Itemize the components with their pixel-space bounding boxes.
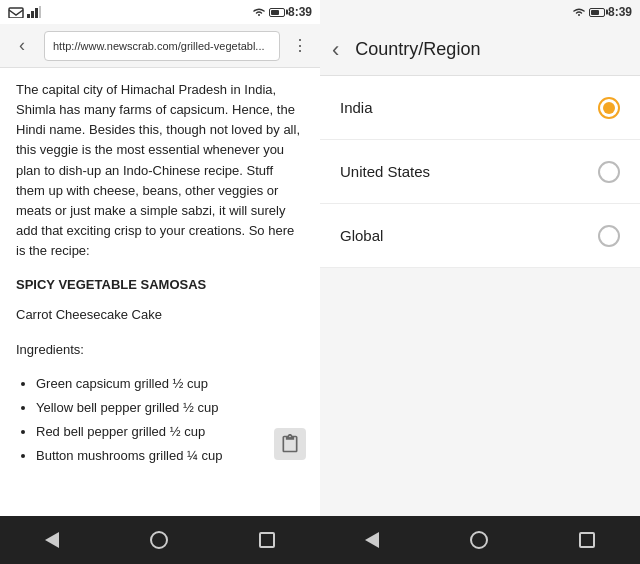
- right-nav-bar: [320, 516, 640, 564]
- svg-rect-2: [31, 11, 34, 18]
- option-united-states[interactable]: United States: [320, 140, 640, 204]
- browser-back-button[interactable]: ‹: [8, 32, 36, 60]
- country-region-list: India United States Global: [320, 76, 640, 268]
- svg-rect-3: [35, 8, 38, 18]
- web-content-area: The capital city of Himachal Pradesh in …: [0, 68, 320, 516]
- option-global-radio[interactable]: [598, 225, 620, 247]
- right-status-bar: 8:39: [320, 0, 640, 24]
- option-india-radio[interactable]: [598, 97, 620, 119]
- browser-menu-button[interactable]: ⋮: [288, 32, 312, 60]
- option-us-radio[interactable]: [598, 161, 620, 183]
- left-nav-recents-icon[interactable]: [259, 532, 275, 548]
- content-ingredients-label: Ingredients:: [16, 340, 304, 360]
- battery-icon-left: [269, 8, 285, 17]
- browser-bar: ‹ http://www.newscrab.com/grilled-vegeta…: [0, 24, 320, 68]
- option-global[interactable]: Global: [320, 204, 640, 268]
- ingredients-list: Green capsicum grilled ½ cup Yellow bell…: [16, 374, 304, 467]
- left-nav-home-icon[interactable]: [150, 531, 168, 549]
- left-status-bar: 8:39: [0, 0, 320, 24]
- ingredient-item-1: Green capsicum grilled ½ cup: [36, 374, 304, 394]
- content-heading2: Carrot Cheesecake Cake: [16, 305, 304, 325]
- ingredient-item-4: Button mushrooms grilled ¼ cup: [36, 446, 304, 466]
- right-nav-home-icon[interactable]: [470, 531, 488, 549]
- url-bar[interactable]: http://www.newscrab.com/grilled-vegetabl…: [44, 31, 280, 61]
- option-india-label: India: [340, 99, 373, 116]
- svg-rect-4: [39, 6, 41, 18]
- left-panel: 8:39 ‹ http://www.newscrab.com/grilled-v…: [0, 0, 320, 564]
- content-paragraph: The capital city of Himachal Pradesh in …: [16, 80, 304, 261]
- right-nav-recents-icon[interactable]: [579, 532, 595, 548]
- notification-icon: [8, 6, 24, 18]
- app-bar-back-button[interactable]: ‹: [332, 37, 339, 63]
- right-panel: 8:39 ‹ Country/Region India United State…: [320, 0, 640, 564]
- paste-icon[interactable]: [274, 428, 306, 460]
- left-nav-bar: [0, 516, 320, 564]
- left-time: 8:39: [288, 5, 312, 19]
- right-spacer: [320, 268, 640, 516]
- battery-icon-right: [589, 8, 605, 17]
- right-time: 8:39: [608, 5, 632, 19]
- ingredient-item-2: Yellow bell pepper grilled ½ cup: [36, 398, 304, 418]
- svg-rect-1: [27, 14, 30, 18]
- wifi-icon-left: [252, 7, 266, 17]
- app-bar: ‹ Country/Region: [320, 24, 640, 76]
- left-nav-back-icon[interactable]: [45, 532, 59, 548]
- signal-icon: [27, 6, 41, 18]
- left-status-icons-left: [8, 6, 41, 18]
- option-global-label: Global: [340, 227, 383, 244]
- left-status-icons-right: 8:39: [252, 5, 312, 19]
- wifi-icon-right: [572, 7, 586, 17]
- app-bar-title: Country/Region: [355, 39, 480, 60]
- ingredient-item-3: Red bell pepper grilled ½ cup: [36, 422, 304, 442]
- right-status-icons: 8:39: [572, 5, 632, 19]
- svg-rect-0: [9, 8, 23, 18]
- right-nav-back-icon[interactable]: [365, 532, 379, 548]
- option-india[interactable]: India: [320, 76, 640, 140]
- option-us-label: United States: [340, 163, 430, 180]
- content-heading1: SPICY VEGETABLE SAMOSAS: [16, 275, 304, 295]
